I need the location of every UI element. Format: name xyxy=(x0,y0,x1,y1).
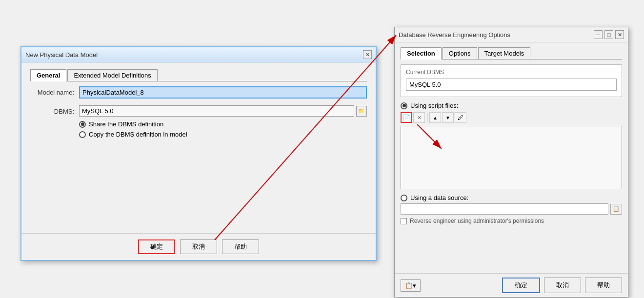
tab-target-models[interactable]: Target Models xyxy=(478,47,531,59)
radio-script-files[interactable]: Using script files: xyxy=(401,102,622,109)
dbms-field: MySQL 5.0 📁 Share the DBMS definition Co… xyxy=(79,105,367,138)
dbms-radio-group: Share the DBMS definition Copy the DBMS … xyxy=(79,120,367,138)
tab-selection[interactable]: Selection xyxy=(401,47,442,60)
radio-script-label: Using script files: xyxy=(410,102,458,109)
delete-script-button[interactable]: ✕ xyxy=(413,112,425,123)
new-physical-data-model-dialog: New Physical Data Model ✕ General Extend… xyxy=(20,46,377,261)
move-up-button[interactable]: ▲ xyxy=(429,112,441,123)
close-button-right[interactable]: ✕ xyxy=(615,30,624,39)
dre-footer-icon: 📋▾ xyxy=(405,282,416,289)
radio-share-circle xyxy=(79,121,86,128)
dialog-title-right: Database Reverse Engineering Options xyxy=(399,31,510,39)
radio-copy-label: Copy the DBMS definition in model xyxy=(89,131,187,138)
dbms-browse-button[interactable]: 📁 xyxy=(356,106,367,117)
radio-datasource-circle xyxy=(401,195,407,201)
cancel-button-left[interactable]: 取消 xyxy=(180,239,217,254)
data-source-section: Using a data source: 📋 Reverse engineer … xyxy=(401,194,622,224)
tab-general[interactable]: General xyxy=(30,69,66,81)
move-up-icon: ▲ xyxy=(433,115,438,120)
radio-datasource-label: Using a data source: xyxy=(410,194,468,201)
add-script-icon: 📄 xyxy=(402,114,410,121)
permissions-checkbox[interactable] xyxy=(401,218,407,224)
model-name-label: Model name: xyxy=(30,89,79,96)
dbms-select[interactable]: MySQL 5.0 xyxy=(79,105,354,117)
dre-footer-right: 确定 取消 帮助 xyxy=(502,278,622,293)
minimize-button[interactable]: ─ xyxy=(594,30,603,39)
ok-button-left[interactable]: 确定 xyxy=(138,239,175,254)
current-dbms-label: Current DBMS xyxy=(406,69,617,76)
titlebar-controls-right: ─ □ ✕ xyxy=(594,30,624,39)
toolbar-separator-1 xyxy=(427,113,427,122)
radio-share[interactable]: Share the DBMS definition xyxy=(79,120,367,128)
dre-footer-left: 📋▾ xyxy=(401,279,421,292)
dialog-titlebar-right: Database Reverse Engineering Options ─ □… xyxy=(395,27,628,42)
data-source-row: 📋 xyxy=(401,203,622,215)
dialog-footer-left: 确定 取消 帮助 xyxy=(21,233,376,260)
permissions-checkbox-row: Reverse engineer using administrator's p… xyxy=(401,218,622,224)
cancel-button-right[interactable]: 取消 xyxy=(544,278,581,293)
dre-footer-icon-button[interactable]: 📋▾ xyxy=(401,279,421,292)
current-dbms-input[interactable] xyxy=(406,79,617,91)
dre-footer: 📋▾ 确定 取消 帮助 xyxy=(395,273,628,297)
radio-script-circle xyxy=(401,102,407,109)
current-dbms-group: Current DBMS xyxy=(401,64,622,97)
script-files-section: Using script files: 📄 ✕ ▲ ▼ 🖊 xyxy=(401,102,622,189)
dbms-row: DBMS: MySQL 5.0 📁 Share the DBMS definit… xyxy=(30,105,367,138)
move-down-icon: ▼ xyxy=(445,115,450,120)
dialog-title-left: New Physical Data Model xyxy=(25,51,98,59)
folder-icon: 📁 xyxy=(358,108,365,114)
model-name-field xyxy=(79,86,367,99)
script-file-list[interactable] xyxy=(401,126,622,189)
data-source-browse-button[interactable]: 📋 xyxy=(610,204,622,215)
dialog-titlebar-left: New Physical Data Model ✕ xyxy=(21,47,376,62)
data-source-input[interactable] xyxy=(401,203,608,215)
dbms-combo-row: MySQL 5.0 📁 xyxy=(79,105,367,117)
permissions-label: Reverse engineer using administrator's p… xyxy=(410,218,544,224)
model-name-input[interactable] xyxy=(79,86,367,99)
tab-extended-model[interactable]: Extended Model Definitions xyxy=(67,69,157,81)
close-button-left[interactable]: ✕ xyxy=(363,50,372,59)
dbms-label: DBMS: xyxy=(30,105,79,115)
dialog-content-left: General Extended Model Definitions Model… xyxy=(21,62,376,151)
move-down-button[interactable]: ▼ xyxy=(442,112,454,123)
script-toolbar: 📄 ✕ ▲ ▼ 🖊 xyxy=(401,112,622,123)
radio-share-label: Share the DBMS definition xyxy=(89,120,163,128)
ok-button-right[interactable]: 确定 xyxy=(502,278,540,293)
database-reverse-engineering-dialog: Database Reverse Engineering Options ─ □… xyxy=(394,27,628,298)
edit-script-icon: 🖊 xyxy=(458,114,463,121)
browse-icon: 📋 xyxy=(613,206,620,212)
tabs-row-right: Selection Options Target Models xyxy=(401,47,622,60)
help-button-left[interactable]: 帮助 xyxy=(222,239,259,254)
help-button-right[interactable]: 帮助 xyxy=(585,278,622,293)
maximize-button[interactable]: □ xyxy=(604,30,613,39)
radio-copy[interactable]: Copy the DBMS definition in model xyxy=(79,131,367,138)
tab-options[interactable]: Options xyxy=(443,47,477,59)
delete-script-icon: ✕ xyxy=(417,115,422,121)
titlebar-controls-left: ✕ xyxy=(363,50,372,59)
radio-copy-circle xyxy=(79,131,86,138)
dialog-content-right: Selection Options Target Models Current … xyxy=(395,42,628,234)
add-script-button[interactable]: 📄 xyxy=(401,112,412,123)
radio-data-source[interactable]: Using a data source: xyxy=(401,194,622,201)
model-name-row: Model name: xyxy=(30,86,367,99)
edit-script-button[interactable]: 🖊 xyxy=(455,112,466,123)
tabs-row-left: General Extended Model Definitions xyxy=(30,69,367,81)
